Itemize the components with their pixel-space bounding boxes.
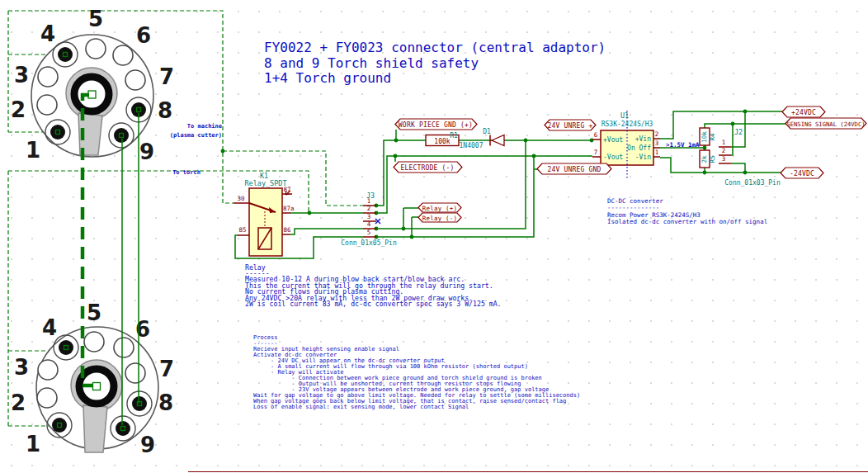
svg-text:9: 9 (139, 140, 154, 164)
svg-text:1: 1 (26, 138, 40, 163)
svg-text:Relay (-): Relay (-) (422, 215, 457, 222)
svg-text:7: 7 (159, 64, 174, 89)
svg-text:ELECTRODE (-): ELECTRODE (-) (400, 164, 454, 172)
label-electrode[interactable]: ELECTRODE (-) (394, 162, 462, 173)
title-line-1: FY0022 + FY0023 connector (central adapt… (264, 40, 606, 55)
label-relay-minus[interactable]: Relay (-) (418, 213, 461, 222)
svg-text:6: 6 (135, 317, 150, 342)
svg-text:8: 8 (158, 390, 173, 415)
hole-6 (114, 338, 134, 357)
label-24v-unreg-plus[interactable]: 24V UNREG + (545, 120, 596, 130)
svg-text:2: 2 (655, 130, 659, 138)
r4-value: 10k (701, 131, 708, 143)
svg-text:1: 1 (722, 139, 726, 146)
k1-value: Relay_SPDT (244, 179, 286, 187)
schematic-canvas: 1 2 3 4 5 6 7 8 9 1 2 3 4 (0, 0, 868, 473)
hole-3 (38, 67, 58, 87)
svg-text:+24VDC: +24VDC (791, 109, 816, 116)
hole-2 (37, 95, 57, 115)
svg-text:-Vin: -Vin (635, 154, 651, 161)
svg-text:7: 7 (159, 357, 174, 381)
u1-value: RS3K-2424S/H3 (601, 121, 653, 128)
svg-text:6: 6 (594, 131, 598, 139)
onoff-current-note[interactable]: >1.5V 1mA (666, 141, 700, 149)
svg-text:3: 3 (14, 355, 29, 380)
svg-text:6: 6 (136, 23, 151, 48)
svg-text:Relay (+): Relay (+) (422, 205, 457, 212)
svg-text:3: 3 (722, 155, 726, 163)
svg-text:5: 5 (367, 229, 371, 236)
svg-text:24V UNREG +: 24V UNREG + (547, 122, 592, 130)
j3-value: Conn_01x05_Pin (341, 239, 397, 247)
svg-text:Isolated dc-dc converter with: Isolated dc-dc converter with on/off sig… (607, 218, 767, 225)
svg-text:+Vout: +Vout (603, 136, 623, 144)
svg-text:--------------: -------------- (607, 204, 659, 211)
svg-text:87: 87 (283, 186, 290, 193)
label-minus-24vdc[interactable]: -24VDC (781, 168, 823, 178)
svg-text:1: 1 (367, 197, 371, 205)
svg-text:3: 3 (367, 213, 371, 220)
svg-text:2: 2 (722, 147, 726, 154)
svg-text:3: 3 (655, 140, 659, 147)
to-torch: To torch (172, 169, 200, 176)
svg-text:5: 5 (88, 7, 103, 31)
j2-ref: J2 (734, 128, 743, 136)
r5-ref: R5 (709, 155, 716, 163)
hole-7 (125, 363, 145, 383)
svg-text:3: 3 (14, 63, 29, 88)
to-machine-line1: To machine (187, 123, 222, 130)
u1-ref: U1 (620, 111, 629, 120)
svg-text:1: 1 (26, 432, 40, 456)
svg-text:2: 2 (367, 205, 371, 212)
hole-7 (125, 70, 145, 90)
d1-value: 1N4007 (460, 142, 484, 149)
r5-value: 2k (701, 155, 708, 163)
svg-text:2: 2 (11, 390, 26, 415)
label-24v-unreg-gnd[interactable]: 24V UNREG GND (537, 163, 611, 174)
r1-value: 100k (434, 138, 450, 145)
svg-text:5: 5 (87, 300, 101, 325)
hole-5 (84, 332, 104, 352)
svg-text:SENSING SIGNAL (24VDC): SENSING SIGNAL (24VDC) (786, 121, 865, 128)
svg-text:87a: 87a (283, 205, 295, 212)
svg-text:WORK PIECE GND (+): WORK PIECE GND (+) (399, 121, 473, 129)
hole-2 (37, 388, 57, 408)
svg-text:2: 2 (11, 97, 26, 122)
r4-ref: R4 (709, 133, 716, 141)
svg-text:-Vout: -Vout (603, 154, 623, 161)
svg-text:9: 9 (140, 433, 155, 457)
svg-text:-24VDC: -24VDC (790, 170, 814, 177)
svg-text:1: 1 (655, 149, 659, 156)
title-line-3: 1+4 Torch ground (264, 70, 391, 86)
j2-value: Conn_01x03_Pin (724, 179, 781, 187)
svg-text:85: 85 (238, 226, 246, 234)
label-plus-24vdc[interactable]: +24VDC (782, 106, 825, 117)
to-machine-line2: (plasma cutter) (170, 132, 222, 139)
label-sensing-signal[interactable]: SENSING SIGNAL (24VDC) (785, 118, 866, 129)
svg-text:4: 4 (40, 21, 55, 46)
svg-text:On Off: On Off (627, 144, 651, 152)
hole-3 (38, 360, 58, 380)
svg-text:86: 86 (283, 226, 291, 234)
r1-ref: R1 (450, 132, 458, 140)
label-relay-plus[interactable]: Relay (+) (418, 203, 461, 212)
label-work-piece-gnd[interactable]: WORK PIECE GND (+) (395, 119, 477, 130)
svg-text:+Vin: +Vin (635, 135, 651, 143)
svg-text:30: 30 (237, 195, 245, 202)
svg-text:Loss of enable signal: exit se: Loss of enable signal: exit sensing mode… (253, 404, 469, 410)
d1-ref: D1 (483, 128, 491, 135)
svg-text:2W is coil current 83 mA, dc-d: 2W is coil current 83 mA, dc-dc converte… (245, 300, 502, 308)
svg-text:4: 4 (42, 315, 57, 340)
title-line-2: 8 and 9 Torch shield safety (264, 55, 479, 71)
svg-text:4: 4 (367, 220, 371, 228)
hole-5 (86, 39, 106, 59)
hole-6 (113, 45, 133, 65)
svg-text:8: 8 (158, 98, 172, 123)
svg-text:24V UNREG GND: 24V UNREG GND (547, 166, 601, 173)
svg-text:7: 7 (594, 149, 598, 156)
